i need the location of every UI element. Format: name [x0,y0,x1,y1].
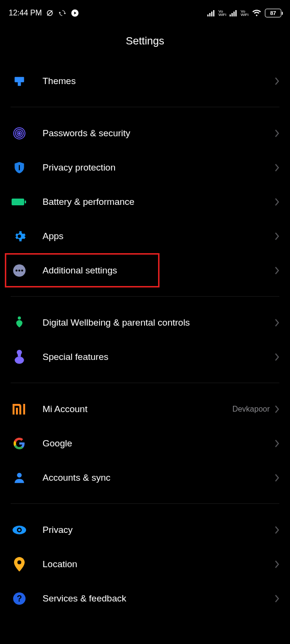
eye-icon [11,521,28,539]
item-battery[interactable]: Battery & performance [0,185,290,219]
label-apps: Apps [43,231,275,242]
gear-icon [11,228,28,245]
chevron-right-icon [275,405,279,414]
label-passwords: Passwords & security [43,128,275,139]
item-location[interactable]: Location [0,547,290,581]
svg-point-24 [21,269,23,271]
item-special-features[interactable]: Special features [0,340,290,374]
label-services: Services & feedback [43,593,275,604]
label-mi-account: Mi Account [43,404,232,415]
svg-rect-3 [207,14,209,16]
page-title: Settings [0,24,290,64]
wellbeing-icon [11,314,28,331]
divider [11,296,279,297]
chevron-right-icon [275,232,279,241]
chevron-right-icon [275,77,279,86]
label-location: Location [43,559,275,570]
wifi-icon [252,9,261,17]
item-mi-account[interactable]: Mi Account Devkapoor [0,392,290,426]
divider [11,383,279,383]
label-battery: Battery & performance [43,197,275,207]
flask-icon [11,348,28,366]
svg-rect-11 [14,77,24,82]
svg-rect-19 [25,200,26,203]
svg-rect-29 [16,408,18,415]
google-icon [11,435,28,452]
svg-point-16 [18,132,20,134]
svg-text:?: ? [17,593,22,603]
svg-rect-10 [235,10,237,16]
chevron-right-icon [275,473,279,482]
chevron-right-icon [275,439,279,448]
battery-indicator: 87 [265,9,281,17]
item-additional-settings[interactable]: Additional settings [0,253,290,287]
svg-rect-18 [12,199,24,205]
more-icon [11,262,28,279]
chevron-right-icon [275,594,279,603]
item-themes[interactable]: Themes [0,64,290,98]
chevron-right-icon [275,266,279,275]
svg-rect-7 [230,14,231,16]
chevron-right-icon [275,353,279,361]
play-icon [71,9,79,17]
svg-rect-12 [18,82,21,86]
mi-logo-icon [11,401,28,418]
person-icon [11,469,28,487]
svg-rect-4 [209,13,211,16]
item-privacy-protection[interactable]: Privacy protection [0,150,290,185]
item-services-feedback[interactable]: ? Services & feedback [0,581,290,615]
svg-point-30 [17,472,22,477]
chevron-right-icon [275,526,279,534]
shield-icon [11,159,28,176]
themes-icon [11,72,28,90]
label-accounts-sync: Accounts & sync [43,472,275,483]
svg-point-25 [18,316,21,319]
status-time: 12:44 PM [9,9,42,17]
fingerprint-icon [11,125,28,142]
svg-rect-5 [211,12,213,16]
label-additional: Additional settings [43,265,275,276]
svg-rect-27 [18,354,21,356]
svg-point-34 [17,560,21,564]
chevron-right-icon [275,560,279,569]
label-themes: Themes [43,76,275,86]
chevron-right-icon [275,129,279,138]
vowifi-icon-2: VoWiFi [241,10,248,16]
svg-rect-8 [232,13,233,16]
divider [11,503,279,504]
battery-icon [11,193,28,211]
item-google[interactable]: Google [0,426,290,460]
svg-point-20 [18,234,21,238]
item-passwords[interactable]: Passwords & security [0,116,290,150]
svg-rect-9 [233,12,235,16]
svg-point-23 [18,269,20,271]
help-icon: ? [11,590,28,607]
status-bar: 12:44 PM VoWiFi VoWiFi 87 [0,0,290,24]
item-privacy[interactable]: Privacy [0,513,290,547]
svg-point-22 [15,269,17,271]
mute-icon [45,9,54,17]
signal-icon [207,10,215,16]
status-right: VoWiFi VoWiFi 87 [207,9,281,17]
svg-rect-6 [213,10,215,16]
loop-icon [58,9,67,17]
label-special: Special features [43,352,275,362]
chevron-right-icon [275,198,279,206]
item-wellbeing[interactable]: Digital Wellbeing & parental controls [0,305,290,340]
status-left: 12:44 PM [9,9,79,17]
label-wellbeing: Digital Wellbeing & parental controls [43,317,275,328]
vowifi-icon-1: VoWiFi [218,10,226,16]
item-apps[interactable]: Apps [0,219,290,253]
svg-rect-17 [19,165,20,170]
chevron-right-icon [275,318,279,327]
label-privacy-protection: Privacy protection [43,162,275,173]
svg-point-33 [18,529,21,531]
label-privacy: Privacy [43,525,275,535]
signal-icon-2 [230,10,237,16]
svg-point-28 [14,356,24,363]
item-accounts-sync[interactable]: Accounts & sync [0,460,290,495]
divider [11,107,279,107]
location-icon [11,556,28,573]
label-google: Google [43,438,275,449]
chevron-right-icon [275,163,279,172]
